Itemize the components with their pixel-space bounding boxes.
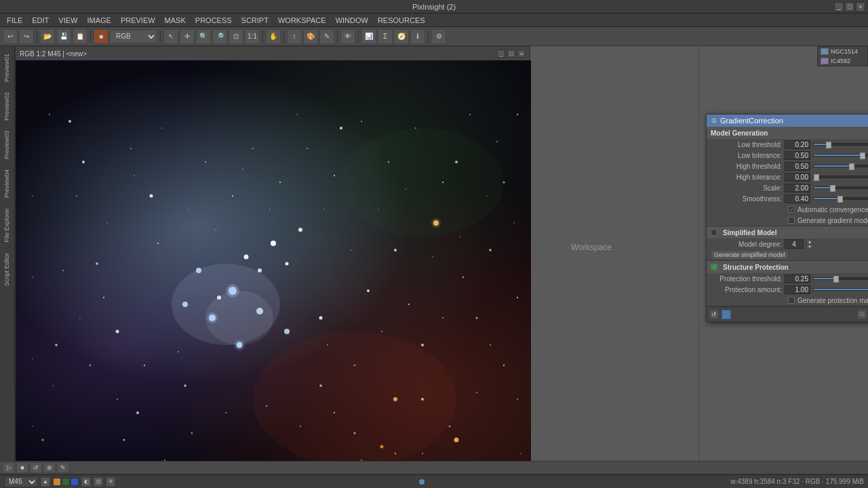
- menu-script[interactable]: SCRIPT: [237, 15, 273, 26]
- protection-threshold-thumb[interactable]: [833, 276, 839, 283]
- pointer-tool[interactable]: ↖: [163, 29, 178, 44]
- generate-masks-label: Generate protection masks: [797, 297, 868, 304]
- preview-button[interactable]: 👁: [340, 29, 355, 44]
- open-button[interactable]: 📂: [40, 29, 55, 44]
- generate-gradient-checkbox[interactable]: [788, 217, 795, 224]
- image-minimize-button[interactable]: _: [497, 49, 505, 58]
- model-degree-input[interactable]: [785, 239, 804, 249]
- menu-window[interactable]: WINDOW: [332, 15, 372, 26]
- color-button[interactable]: 🎨: [303, 29, 318, 44]
- statistics-button[interactable]: Σ: [378, 29, 393, 44]
- low-tolerance-value[interactable]: 0.50: [785, 151, 810, 160]
- close-button[interactable]: ×: [856, 2, 865, 12]
- sidebar-tab-preview04[interactable]: Preview04: [1, 165, 14, 203]
- histogram-button[interactable]: 📊: [361, 29, 376, 44]
- scale-slider[interactable]: [813, 186, 868, 189]
- svg-point-10: [116, 330, 119, 333]
- high-threshold-thumb[interactable]: [849, 163, 854, 170]
- menu-process[interactable]: PROCESS: [191, 15, 236, 26]
- smoothness-thumb[interactable]: [837, 196, 843, 203]
- low-threshold-slider[interactable]: [813, 143, 868, 146]
- zoom-out-button[interactable]: 🔎: [212, 29, 227, 44]
- menu-view[interactable]: VIEW: [54, 15, 81, 26]
- high-tolerance-value[interactable]: 0.00: [785, 173, 810, 182]
- undo-button[interactable]: ↩: [3, 29, 18, 44]
- image-close-button[interactable]: ×: [517, 49, 526, 58]
- menu-workspace[interactable]: WORKSPACE: [274, 15, 330, 26]
- protection-amount-slider[interactable]: [813, 288, 868, 291]
- menu-edit[interactable]: EDIT: [28, 15, 53, 26]
- scale-thumb[interactable]: [830, 185, 835, 192]
- info-button[interactable]: ℹ: [410, 29, 425, 44]
- pan-tool[interactable]: ✋: [266, 29, 281, 44]
- high-threshold-slider[interactable]: [813, 165, 868, 167]
- zoom-in-button[interactable]: 🔍: [196, 29, 211, 44]
- status-icon4[interactable]: ✛: [106, 477, 115, 487]
- status-icon3[interactable]: ⊡: [94, 477, 103, 487]
- model-degree-up[interactable]: ▲: [806, 239, 813, 244]
- menu-mask[interactable]: MASK: [161, 15, 190, 26]
- sidebar-tab-file-explorer[interactable]: File Explorer: [1, 203, 14, 247]
- high-tolerance-slider[interactable]: [813, 176, 868, 178]
- canvas-area: RGB 1:2 M45 | <new> _ □ ×: [15, 46, 698, 461]
- settings-button[interactable]: ⚙: [431, 29, 446, 44]
- sidebar-tab-preview01[interactable]: Preview01: [1, 49, 14, 87]
- auto-convergence-checkbox[interactable]: ✓: [788, 206, 795, 213]
- low-threshold-thumb[interactable]: [826, 142, 831, 148]
- dialog-color-button[interactable]: [722, 310, 731, 319]
- image-canvas[interactable]: [16, 60, 531, 461]
- menu-resources[interactable]: RESOURCES: [374, 15, 429, 26]
- image-list-item-ngc1514[interactable]: NGC1514: [818, 47, 867, 56]
- zoom-100-button[interactable]: 1:1: [245, 29, 260, 44]
- save-button[interactable]: 💾: [56, 29, 71, 44]
- high-threshold-value[interactable]: 0.50: [785, 162, 810, 171]
- sidebar-tab-preview02[interactable]: Preview02: [1, 87, 14, 125]
- image-maximize-button[interactable]: □: [507, 49, 515, 58]
- menu-image[interactable]: IMAGE: [83, 15, 115, 26]
- model-degree-down[interactable]: ▼: [806, 244, 813, 249]
- annotation-button[interactable]: ✎: [319, 29, 334, 44]
- dialog-save-button[interactable]: □: [857, 310, 867, 319]
- process-btn1[interactable]: ▷: [3, 462, 15, 473]
- color-mode-select[interactable]: RGB Grayscale: [110, 30, 157, 43]
- scale-value[interactable]: 2.00: [785, 184, 810, 192]
- menu-preview[interactable]: PREVIEW: [117, 15, 159, 26]
- image-list-item-ic4592[interactable]: IC4592: [818, 56, 867, 66]
- svg-point-67: [191, 432, 193, 434]
- process-btn3[interactable]: ↺: [30, 462, 42, 473]
- status-icon1[interactable]: ▲: [41, 477, 50, 487]
- sidebar-tab-script-editor[interactable]: Script Editor: [1, 248, 14, 291]
- smoothness-slider[interactable]: [813, 197, 868, 200]
- process-btn5[interactable]: ✎: [57, 462, 69, 473]
- process-btn4[interactable]: ⊕: [43, 462, 56, 473]
- redo-button[interactable]: ↪: [19, 29, 34, 44]
- generate-masks-checkbox[interactable]: [788, 297, 795, 304]
- generate-simplified-button[interactable]: Generate simplified model: [711, 250, 789, 260]
- menu-file[interactable]: FILE: [3, 15, 26, 26]
- svg-point-77: [503, 365, 505, 366]
- dialog-reset-button[interactable]: ↺: [709, 310, 719, 319]
- simplified-model-enabled-checkbox[interactable]: [711, 229, 717, 236]
- structure-protection-header: ✓ Structure Protection ▲: [707, 261, 868, 273]
- minimize-button[interactable]: _: [834, 2, 844, 12]
- crosshair-tool[interactable]: ✛: [180, 29, 195, 44]
- zoom-fit-button[interactable]: ⊡: [229, 29, 243, 44]
- low-tolerance-row: Low tolerance: 0.50: [707, 150, 868, 161]
- protection-amount-value[interactable]: 1.00: [785, 285, 810, 294]
- process-btn2[interactable]: ■: [16, 462, 28, 473]
- low-tolerance-slider[interactable]: [813, 154, 868, 157]
- low-threshold-value[interactable]: 0.20: [785, 140, 810, 149]
- stretch-button[interactable]: ↕: [287, 29, 302, 44]
- maximize-button[interactable]: □: [845, 2, 854, 12]
- status-image-select[interactable]: M45: [4, 476, 38, 487]
- smoothness-value[interactable]: 0.40: [785, 195, 810, 203]
- sidebar-tab-preview03[interactable]: Preview03: [1, 126, 14, 164]
- status-icon2[interactable]: ◐: [81, 477, 91, 487]
- high-tolerance-thumb[interactable]: [814, 174, 819, 181]
- low-tolerance-thumb[interactable]: [860, 152, 865, 159]
- structure-protection-enabled-checkbox[interactable]: ✓: [711, 264, 717, 270]
- save-as-button[interactable]: 📋: [73, 29, 87, 44]
- protection-threshold-value[interactable]: 0.25: [785, 274, 810, 283]
- navigator-button[interactable]: 🧭: [394, 29, 409, 44]
- protection-threshold-slider[interactable]: [813, 277, 868, 280]
